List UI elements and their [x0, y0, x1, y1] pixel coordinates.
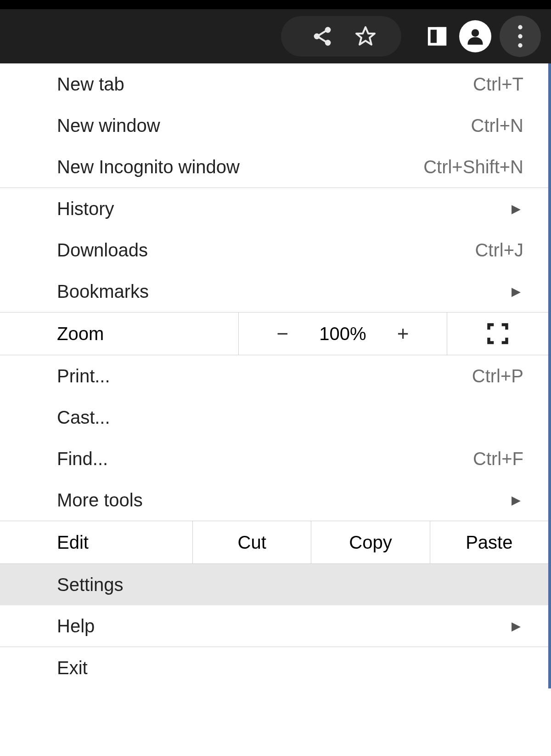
menu-item-print[interactable]: Print... Ctrl+P: [0, 355, 548, 397]
omnibox-actions: [281, 16, 401, 57]
menu-item-shortcut: Ctrl+P: [472, 366, 523, 387]
menu-item-edit: Edit Cut Copy Paste: [0, 521, 548, 564]
menu-item-help[interactable]: Help ▶: [0, 605, 548, 647]
svg-point-1: [315, 34, 319, 39]
window-titlebar: [0, 0, 551, 9]
submenu-arrow-icon: ▶: [512, 619, 523, 633]
edit-label: Edit: [0, 521, 193, 563]
svg-point-11: [518, 43, 522, 47]
menu-item-zoom: Zoom − 100% +: [0, 312, 548, 355]
zoom-value: 100%: [319, 324, 366, 344]
share-icon[interactable]: [309, 23, 336, 50]
menu-item-label: New tab: [57, 74, 124, 95]
menu-item-find[interactable]: Find... Ctrl+F: [0, 438, 548, 479]
edit-cut-button[interactable]: Cut: [193, 521, 311, 563]
menu-item-cast[interactable]: Cast...: [0, 397, 548, 438]
bookmark-star-icon[interactable]: [352, 23, 379, 50]
menu-item-new-tab[interactable]: New tab Ctrl+T: [0, 63, 548, 105]
svg-point-0: [326, 28, 330, 32]
menu-item-settings[interactable]: Settings: [0, 564, 548, 605]
svg-rect-7: [438, 28, 445, 45]
browser-toolbar: [0, 9, 551, 63]
zoom-controls: − 100% +: [239, 313, 447, 355]
svg-point-8: [472, 29, 479, 36]
menu-item-label: Exit: [57, 658, 88, 678]
menu-item-label: Downloads: [57, 240, 148, 261]
menu-item-history[interactable]: History ▶: [0, 188, 548, 229]
menu-item-label: Find...: [57, 449, 108, 469]
submenu-arrow-icon: ▶: [512, 202, 523, 216]
menu-item-new-incognito[interactable]: New Incognito window Ctrl+Shift+N: [0, 146, 548, 188]
menu-item-shortcut: Ctrl+N: [471, 115, 523, 136]
menu-item-more-tools[interactable]: More tools ▶: [0, 479, 548, 521]
submenu-arrow-icon: ▶: [512, 493, 523, 507]
menu-item-label: New Incognito window: [57, 157, 240, 177]
fullscreen-icon: [486, 322, 510, 346]
menu-item-bookmarks[interactable]: Bookmarks ▶: [0, 271, 548, 312]
svg-point-2: [326, 41, 330, 45]
menu-item-label: History: [57, 199, 114, 219]
zoom-in-button[interactable]: +: [389, 322, 417, 345]
menu-item-label: More tools: [57, 490, 143, 511]
menu-item-label: Settings: [57, 574, 124, 595]
menu-item-new-window[interactable]: New window Ctrl+N: [0, 105, 548, 146]
menu-item-label: New window: [57, 115, 160, 136]
menu-item-downloads[interactable]: Downloads Ctrl+J: [0, 229, 548, 271]
menu-item-shortcut: Ctrl+Shift+N: [423, 157, 523, 177]
menu-item-shortcut: Ctrl+J: [475, 240, 523, 261]
kebab-menu-button[interactable]: [500, 16, 541, 57]
svg-point-9: [518, 25, 522, 29]
edit-copy-button[interactable]: Copy: [311, 521, 430, 563]
menu-item-shortcut: Ctrl+T: [473, 74, 523, 95]
menu-item-label: Help: [57, 616, 95, 637]
svg-line-4: [319, 37, 326, 42]
menu-item-label: Print...: [57, 366, 110, 387]
menu-item-exit[interactable]: Exit: [0, 647, 548, 688]
svg-point-10: [518, 34, 522, 38]
side-panel-icon[interactable]: [423, 23, 451, 50]
overflow-menu: New tab Ctrl+T New window Ctrl+N New Inc…: [0, 63, 551, 688]
edit-paste-button[interactable]: Paste: [430, 521, 548, 563]
submenu-arrow-icon: ▶: [512, 284, 523, 299]
svg-marker-5: [356, 27, 375, 45]
zoom-label: Zoom: [0, 313, 239, 355]
svg-line-3: [319, 31, 326, 35]
menu-item-label: Cast...: [57, 407, 110, 428]
menu-item-label: Bookmarks: [57, 281, 149, 302]
profile-avatar-icon[interactable]: [459, 20, 491, 52]
fullscreen-button[interactable]: [447, 313, 548, 355]
menu-item-shortcut: Ctrl+F: [473, 449, 523, 469]
zoom-out-button[interactable]: −: [269, 322, 296, 345]
